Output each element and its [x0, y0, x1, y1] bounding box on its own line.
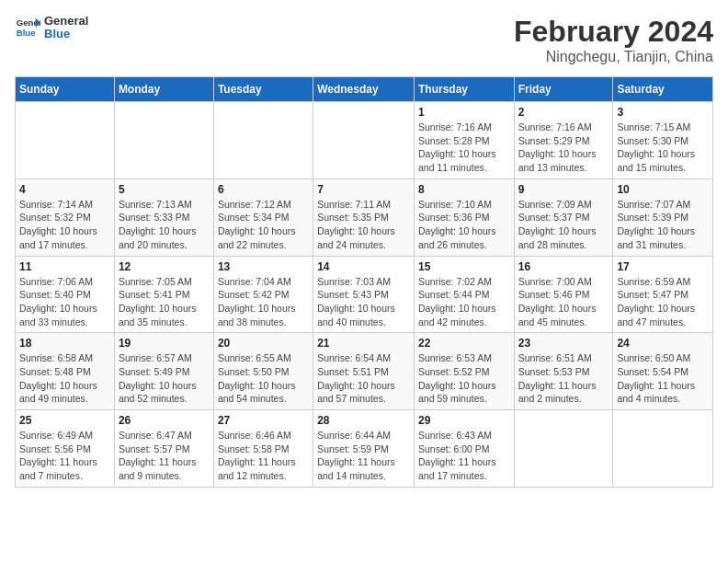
calendar-week-row: 4Sunrise: 7:14 AM Sunset: 5:32 PM Daylig…: [16, 178, 713, 256]
calendar-cell: 18Sunrise: 6:58 AM Sunset: 5:48 PM Dayli…: [16, 333, 115, 410]
day-number: 18: [19, 337, 110, 350]
calendar-cell: 22Sunrise: 6:53 AM Sunset: 5:52 PM Dayli…: [414, 333, 514, 410]
day-number: 16: [518, 260, 609, 273]
calendar-cell: 9Sunrise: 7:09 AM Sunset: 5:37 PM Daylig…: [514, 178, 613, 256]
day-number: 2: [518, 106, 609, 119]
day-number: 29: [418, 414, 510, 427]
day-info: Sunrise: 7:16 AM Sunset: 5:28 PM Dayligh…: [418, 121, 510, 175]
weekday-header: Monday: [114, 77, 213, 102]
calendar-cell: 29Sunrise: 6:43 AM Sunset: 6:00 PM Dayli…: [414, 410, 514, 488]
day-info: Sunrise: 7:03 AM Sunset: 5:43 PM Dayligh…: [317, 275, 410, 329]
calendar-cell: [16, 102, 115, 179]
day-info: Sunrise: 7:05 AM Sunset: 5:41 PM Dayligh…: [119, 275, 210, 329]
day-info: Sunrise: 7:12 AM Sunset: 5:34 PM Dayligh…: [218, 198, 309, 252]
calendar-cell: 5Sunrise: 7:13 AM Sunset: 5:33 PM Daylig…: [114, 178, 213, 256]
day-number: 10: [617, 183, 709, 196]
calendar-table: SundayMondayTuesdayWednesdayThursdayFrid…: [15, 76, 713, 488]
calendar-week-row: 1Sunrise: 7:16 AM Sunset: 5:28 PM Daylig…: [16, 102, 713, 179]
calendar-cell: 20Sunrise: 6:55 AM Sunset: 5:50 PM Dayli…: [213, 333, 313, 410]
day-number: 7: [317, 183, 410, 196]
day-number: 11: [19, 260, 110, 273]
calendar-cell: 16Sunrise: 7:00 AM Sunset: 5:46 PM Dayli…: [514, 256, 613, 333]
weekday-header: Wednesday: [313, 77, 415, 102]
day-number: 15: [418, 260, 510, 273]
weekday-header: Thursday: [414, 77, 514, 102]
day-info: Sunrise: 6:53 AM Sunset: 5:52 PM Dayligh…: [418, 351, 510, 406]
day-info: Sunrise: 7:00 AM Sunset: 5:46 PM Dayligh…: [518, 275, 609, 329]
calendar-cell: 6Sunrise: 7:12 AM Sunset: 5:34 PM Daylig…: [213, 178, 313, 256]
weekday-header: Friday: [514, 77, 613, 102]
calendar-cell: 7Sunrise: 7:11 AM Sunset: 5:35 PM Daylig…: [313, 178, 415, 256]
day-info: Sunrise: 6:51 AM Sunset: 5:53 PM Dayligh…: [518, 351, 609, 406]
calendar-cell: 27Sunrise: 6:46 AM Sunset: 5:58 PM Dayli…: [213, 410, 313, 488]
calendar-week-row: 11Sunrise: 7:06 AM Sunset: 5:40 PM Dayli…: [16, 256, 713, 333]
calendar-cell: [613, 410, 713, 488]
svg-text:Blue: Blue: [17, 28, 36, 38]
day-number: 13: [218, 260, 309, 273]
day-number: 27: [218, 414, 309, 427]
calendar-cell: 17Sunrise: 6:59 AM Sunset: 5:47 PM Dayli…: [613, 256, 713, 333]
calendar-cell: [114, 102, 213, 179]
day-info: Sunrise: 6:44 AM Sunset: 5:59 PM Dayligh…: [317, 429, 410, 483]
day-number: 23: [518, 337, 609, 350]
day-info: Sunrise: 7:06 AM Sunset: 5:40 PM Dayligh…: [19, 275, 110, 329]
day-number: 12: [119, 260, 210, 273]
day-info: Sunrise: 7:14 AM Sunset: 5:32 PM Dayligh…: [19, 198, 110, 252]
day-number: 25: [19, 414, 110, 427]
calendar-cell: 11Sunrise: 7:06 AM Sunset: 5:40 PM Dayli…: [16, 256, 115, 333]
day-number: 24: [617, 337, 709, 350]
logo-icon: General Blue: [15, 15, 40, 40]
calendar-cell: 15Sunrise: 7:02 AM Sunset: 5:44 PM Dayli…: [414, 256, 514, 333]
logo: General Blue General Blue: [15, 15, 88, 41]
day-info: Sunrise: 6:50 AM Sunset: 5:54 PM Dayligh…: [617, 351, 709, 406]
weekday-header: Sunday: [16, 77, 115, 102]
day-info: Sunrise: 7:15 AM Sunset: 5:30 PM Dayligh…: [617, 121, 709, 175]
calendar-cell: 1Sunrise: 7:16 AM Sunset: 5:28 PM Daylig…: [414, 102, 514, 179]
day-number: 20: [218, 337, 309, 350]
day-number: 1: [418, 106, 510, 119]
day-number: 21: [317, 337, 410, 350]
day-info: Sunrise: 7:13 AM Sunset: 5:33 PM Dayligh…: [119, 198, 210, 252]
day-info: Sunrise: 7:04 AM Sunset: 5:42 PM Dayligh…: [218, 275, 309, 329]
day-number: 6: [218, 183, 309, 196]
day-number: 3: [617, 106, 709, 119]
day-info: Sunrise: 6:47 AM Sunset: 5:57 PM Dayligh…: [119, 429, 210, 483]
logo-blue: Blue: [44, 28, 88, 40]
day-number: 8: [418, 183, 510, 196]
calendar-cell: 23Sunrise: 6:51 AM Sunset: 5:53 PM Dayli…: [514, 333, 613, 410]
day-info: Sunrise: 7:10 AM Sunset: 5:36 PM Dayligh…: [418, 198, 510, 252]
calendar-cell: [514, 410, 613, 488]
weekday-header: Saturday: [613, 77, 713, 102]
calendar-cell: 3Sunrise: 7:15 AM Sunset: 5:30 PM Daylig…: [613, 102, 713, 179]
calendar-cell: 8Sunrise: 7:10 AM Sunset: 5:36 PM Daylig…: [414, 178, 514, 256]
day-info: Sunrise: 6:58 AM Sunset: 5:48 PM Dayligh…: [19, 351, 110, 406]
day-info: Sunrise: 7:07 AM Sunset: 5:39 PM Dayligh…: [617, 198, 709, 252]
calendar-cell: [213, 102, 313, 179]
day-number: 22: [418, 337, 510, 350]
weekday-header-row: SundayMondayTuesdayWednesdayThursdayFrid…: [16, 77, 713, 102]
day-info: Sunrise: 6:54 AM Sunset: 5:51 PM Dayligh…: [317, 351, 410, 406]
day-info: Sunrise: 6:57 AM Sunset: 5:49 PM Dayligh…: [119, 351, 210, 406]
calendar-cell: 24Sunrise: 6:50 AM Sunset: 5:54 PM Dayli…: [613, 333, 713, 410]
calendar-cell: 28Sunrise: 6:44 AM Sunset: 5:59 PM Dayli…: [313, 410, 415, 488]
day-info: Sunrise: 7:09 AM Sunset: 5:37 PM Dayligh…: [518, 198, 609, 252]
day-info: Sunrise: 7:11 AM Sunset: 5:35 PM Dayligh…: [317, 198, 410, 252]
day-info: Sunrise: 7:02 AM Sunset: 5:44 PM Dayligh…: [418, 275, 510, 329]
day-number: 4: [19, 183, 110, 196]
day-info: Sunrise: 6:59 AM Sunset: 5:47 PM Dayligh…: [617, 275, 709, 329]
calendar-cell: 13Sunrise: 7:04 AM Sunset: 5:42 PM Dayli…: [213, 256, 313, 333]
calendar-week-row: 25Sunrise: 6:49 AM Sunset: 5:56 PM Dayli…: [16, 410, 713, 488]
calendar-cell: 21Sunrise: 6:54 AM Sunset: 5:51 PM Dayli…: [313, 333, 415, 410]
title-area: February 2024 Ningchegu, Tianjin, China: [514, 15, 713, 65]
calendar-week-row: 18Sunrise: 6:58 AM Sunset: 5:48 PM Dayli…: [16, 333, 713, 410]
day-number: 26: [119, 414, 210, 427]
calendar-cell: 4Sunrise: 7:14 AM Sunset: 5:32 PM Daylig…: [16, 178, 115, 256]
weekday-header: Tuesday: [213, 77, 313, 102]
calendar-cell: 25Sunrise: 6:49 AM Sunset: 5:56 PM Dayli…: [16, 410, 115, 488]
day-number: 17: [617, 260, 709, 273]
day-number: 19: [119, 337, 210, 350]
day-info: Sunrise: 6:55 AM Sunset: 5:50 PM Dayligh…: [218, 351, 309, 406]
page-title: February 2024: [514, 15, 713, 49]
day-info: Sunrise: 7:16 AM Sunset: 5:29 PM Dayligh…: [518, 121, 609, 175]
calendar-cell: 19Sunrise: 6:57 AM Sunset: 5:49 PM Dayli…: [114, 333, 213, 410]
